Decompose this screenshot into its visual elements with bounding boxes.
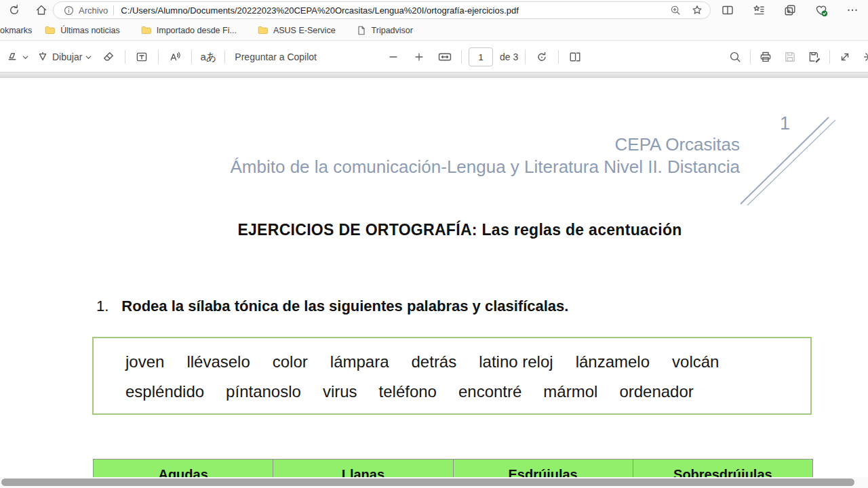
save-button[interactable] — [781, 46, 800, 68]
word: virus — [323, 382, 357, 401]
bookmark-label: Tripadvisor — [372, 26, 413, 35]
save-as-icon — [808, 50, 821, 64]
refresh-icon — [7, 3, 21, 17]
collections-button[interactable] — [778, 1, 802, 20]
expand-button[interactable] — [835, 46, 854, 68]
translate-icon: aあ — [201, 51, 217, 64]
erase-button[interactable] — [99, 46, 118, 68]
bookmark-folder-ultimas-noticias[interactable]: Últimas noticias — [44, 24, 120, 36]
doc-title: EJERCICIOS DE ORTOGRAFÍA: Las reglas de … — [92, 221, 828, 239]
toolbar-divider — [461, 50, 462, 64]
word: mármol — [543, 382, 597, 401]
split-screen-button[interactable] — [716, 1, 739, 20]
word: color — [273, 352, 308, 371]
pdf-page: 1 CEPA Orcasitas Ámbito de la comunicaci… — [0, 78, 868, 488]
doc-page-number: 1 — [780, 113, 790, 134]
browser-action-icons — [716, 0, 864, 20]
page-number-input[interactable] — [469, 47, 493, 66]
more-menu-button[interactable] — [841, 1, 864, 20]
pdf-page-top-shadow — [0, 73, 868, 78]
bookmark-item-truncated[interactable]: okmarks — [0, 26, 32, 35]
exercise-text: Rodea la sílaba tónica de las siguientes… — [121, 298, 568, 314]
word: píntanoslo — [226, 382, 301, 401]
address-scheme-label: Archivo — [79, 5, 108, 16]
expand-icon — [838, 50, 852, 64]
chevron-down-icon — [22, 54, 29, 61]
folder-icon — [257, 24, 269, 36]
browser-essentials-button[interactable] — [810, 1, 833, 20]
word: latino reloj — [479, 352, 553, 371]
page-total-label: de 3 — [500, 52, 518, 62]
favorites-button[interactable] — [747, 1, 770, 20]
page-view-icon — [568, 50, 582, 64]
browser-essentials-icon — [814, 3, 829, 18]
eraser-icon — [102, 50, 115, 64]
page-icon — [356, 25, 367, 36]
browser-toolbar: Archivo C:/Users/Alumno/Documents/202220… — [0, 0, 868, 20]
word-row-2: espléndido píntanoslo virus teléfono enc… — [125, 382, 810, 401]
rotate-button[interactable] — [532, 46, 551, 68]
favorite-star-icon[interactable] — [691, 4, 703, 16]
word: joven — [125, 352, 164, 371]
address-separator — [113, 5, 114, 15]
word: detrás — [412, 352, 457, 371]
draw-label: Dibujar — [52, 52, 82, 62]
toolbar-divider — [125, 50, 125, 64]
toolbar-divider — [224, 50, 225, 64]
toolbar-divider — [525, 50, 526, 64]
horizontal-scrollbar-thumb[interactable] — [1, 479, 854, 486]
add-text-icon — [135, 50, 149, 64]
split-screen-icon — [721, 3, 734, 17]
zoom-out-button[interactable] — [384, 46, 403, 68]
refresh-button[interactable] — [3, 1, 26, 20]
print-button[interactable] — [756, 46, 775, 68]
read-aloud-button[interactable] — [165, 46, 184, 68]
fit-width-icon — [437, 50, 452, 64]
toolbar-divider — [750, 50, 751, 64]
favorites-list-icon — [752, 3, 766, 17]
settings-button[interactable] — [860, 46, 868, 68]
ask-copilot-button[interactable]: Preguntar a Copilot — [235, 46, 317, 68]
minus-icon — [387, 51, 399, 63]
translate-button[interactable]: aあ — [199, 46, 218, 68]
bookmark-label: Últimas noticias — [60, 26, 120, 35]
collections-icon — [783, 3, 797, 17]
plus-icon — [413, 51, 425, 63]
word: llévaselo — [186, 352, 250, 371]
page-view-button[interactable] — [566, 46, 585, 68]
fit-width-button[interactable] — [435, 46, 454, 68]
doc-header-line2: Ámbito de la comunicación-Lengua y Liter… — [0, 156, 740, 178]
toolbar-divider — [191, 50, 192, 64]
word: lámpara — [330, 352, 389, 371]
print-icon — [759, 50, 772, 64]
home-button[interactable] — [30, 1, 53, 20]
zoom-in-button[interactable] — [410, 46, 429, 68]
toolbar-divider — [158, 50, 159, 64]
folder-icon — [44, 24, 56, 36]
folder-icon — [140, 24, 152, 36]
word: lánzamelo — [576, 352, 650, 371]
highlight-button[interactable] — [5, 46, 29, 68]
toolbar-divider — [829, 50, 830, 64]
highlighter-icon — [5, 50, 19, 64]
save-as-button[interactable] — [805, 46, 824, 68]
bookmark-folder-importado[interactable]: Importado desde Fi... — [140, 24, 237, 36]
info-icon[interactable] — [63, 5, 75, 16]
bookmark-folder-asus[interactable]: ASUS E-Service — [257, 24, 336, 36]
zoom-indicator-icon[interactable] — [669, 4, 682, 16]
exercise-number: 1. — [96, 298, 108, 314]
search-document-button[interactable] — [726, 46, 745, 68]
more-icon — [846, 3, 859, 17]
search-icon — [728, 50, 742, 64]
bookmark-item-tripadvisor[interactable]: Tripadvisor — [356, 25, 413, 36]
word: volcán — [672, 352, 719, 371]
doc-header: CEPA Orcasitas Ámbito de la comunicación… — [0, 134, 740, 178]
draw-button[interactable]: Dibujar — [36, 46, 92, 68]
word: ordenador — [619, 382, 693, 401]
read-aloud-icon — [168, 50, 182, 64]
chevron-down-icon — [85, 54, 92, 61]
browser-window: Archivo C:/Users/Alumno/Documents/202220… — [0, 0, 868, 488]
word: encontré — [458, 382, 521, 401]
address-bar[interactable]: Archivo C:/Users/Alumno/Documents/202220… — [53, 1, 711, 19]
add-text-button[interactable] — [132, 46, 151, 68]
